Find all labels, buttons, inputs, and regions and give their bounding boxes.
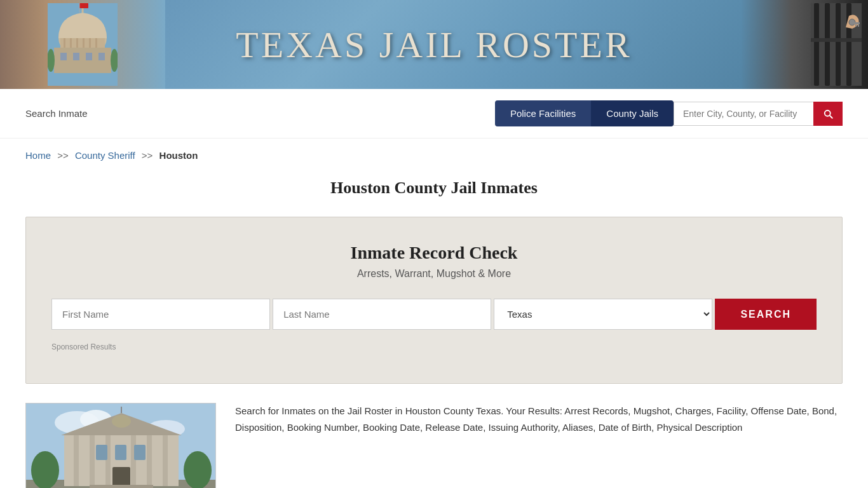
record-check-box: Inmate Record Check Arrests, Warrant, Mu…	[25, 217, 843, 384]
svg-rect-24	[811, 38, 862, 42]
county-jails-button[interactable]: County Jails	[591, 100, 674, 126]
svg-rect-28	[858, 24, 859, 27]
navbar-right: Police Facilities County Jails	[495, 100, 843, 126]
breadcrumb-county-sheriff-link[interactable]: County Sheriff	[75, 150, 135, 161]
search-icon	[822, 108, 834, 119]
svg-rect-11	[73, 53, 79, 60]
svg-rect-42	[147, 435, 152, 486]
svg-rect-10	[60, 53, 67, 60]
state-select[interactable]: Alabama Alaska Arizona Arkansas Californ…	[494, 299, 712, 330]
svg-rect-13	[98, 53, 105, 60]
svg-rect-20	[814, 3, 819, 86]
breadcrumb-sep2: >>	[142, 150, 153, 161]
search-inmate-label: Search Inmate	[25, 108, 88, 119]
last-name-input[interactable]	[273, 299, 491, 330]
banner-right-image	[741, 0, 868, 89]
breadcrumb-sep1: >>	[57, 150, 69, 161]
svg-rect-38	[74, 435, 79, 486]
facility-search-button[interactable]	[813, 102, 843, 126]
bottom-section: Search for Inmates on the Jail Roster in…	[0, 403, 868, 488]
bottom-description: Search for Inmates on the Jail Roster in…	[235, 403, 843, 435]
sponsored-results-label: Sponsored Results	[51, 342, 817, 351]
svg-rect-27	[855, 24, 857, 27]
first-name-input[interactable]	[51, 299, 270, 330]
breadcrumb-current: Houston	[159, 150, 198, 161]
police-facilities-button[interactable]: Police Facilities	[495, 100, 591, 126]
navbar: Search Inmate Police Facilities County J…	[0, 89, 868, 139]
svg-rect-21	[825, 3, 830, 86]
svg-rect-22	[836, 3, 841, 86]
svg-point-51	[184, 451, 212, 488]
svg-rect-15	[79, 3, 88, 8]
svg-rect-44	[96, 445, 107, 460]
svg-rect-12	[86, 53, 92, 60]
svg-rect-26	[852, 22, 860, 24]
svg-rect-47	[112, 467, 130, 486]
header-banner: Texas Jail Roster	[0, 0, 868, 89]
svg-rect-7	[89, 38, 91, 48]
banner-left-image	[0, 0, 165, 89]
breadcrumb: Home >> County Sheriff >> Houston	[0, 139, 868, 172]
banner-title-container: Texas Jail Roster	[236, 24, 632, 66]
svg-rect-41	[131, 435, 136, 486]
page-title-section: Houston County Jail Inmates	[0, 172, 868, 217]
county-building-image	[25, 403, 216, 488]
search-main-button[interactable]: SEARCH	[715, 299, 817, 330]
svg-rect-6	[83, 38, 85, 48]
svg-rect-45	[115, 445, 126, 460]
svg-rect-46	[134, 445, 146, 460]
svg-rect-40	[105, 435, 111, 486]
svg-point-36	[112, 415, 131, 428]
svg-rect-48	[90, 485, 153, 488]
facility-search-input[interactable]	[674, 102, 813, 126]
page-title: Houston County Jail Inmates	[25, 179, 843, 198]
building-image-svg	[26, 403, 216, 488]
search-form-row: Alabama Alaska Arizona Arkansas Californ…	[51, 299, 817, 330]
svg-rect-3	[64, 38, 65, 48]
record-check-subtitle: Arrests, Warrant, Mugshot & More	[51, 268, 817, 280]
svg-rect-8	[95, 38, 97, 48]
record-check-title: Inmate Record Check	[51, 243, 817, 263]
banner-title: Texas Jail Roster	[236, 24, 632, 66]
svg-rect-4	[70, 38, 72, 48]
svg-point-50	[31, 451, 59, 488]
svg-rect-43	[163, 435, 168, 486]
svg-rect-5	[76, 38, 78, 48]
capitol-dome-icon	[48, 3, 118, 86]
jail-bars-icon	[811, 3, 862, 86]
breadcrumb-home-link[interactable]: Home	[25, 150, 51, 161]
svg-rect-39	[90, 435, 95, 486]
